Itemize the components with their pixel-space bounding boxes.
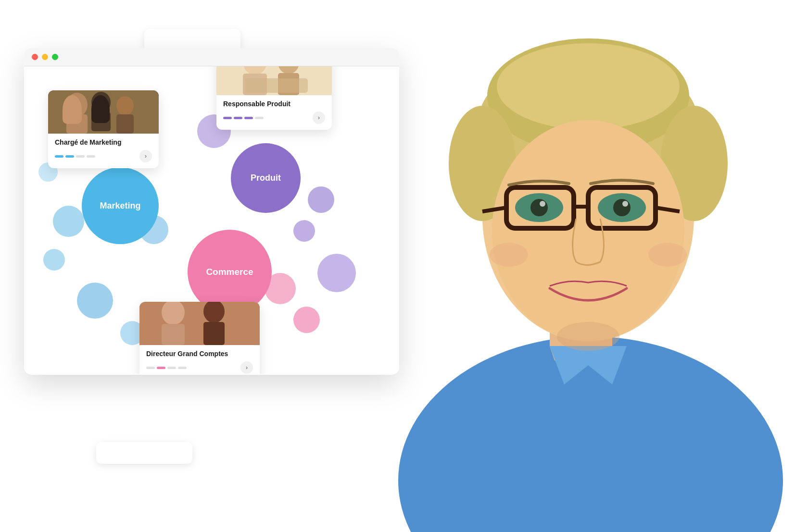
- card-product-title: Responsable Produit: [223, 100, 325, 108]
- card-directeur-title: Directeur Grand Comptes: [146, 350, 253, 358]
- card-charge-marketing[interactable]: Chargé de Marketing ›: [48, 90, 159, 168]
- card-product-arrow[interactable]: ›: [313, 111, 325, 124]
- decorative-bubble-purple-5: [308, 186, 334, 213]
- progress-dot-p4: [255, 117, 264, 119]
- progress-dot-d3: [167, 367, 176, 369]
- card-product-progress: [223, 117, 264, 119]
- decorative-bubble-pink-3: [293, 307, 320, 333]
- card-marketing-body: Chargé de Marketing ›: [48, 134, 159, 168]
- card-directeur-image: [139, 302, 260, 345]
- card-marketing-title: Chargé de Marketing: [55, 138, 152, 146]
- decorative-bubble-purple-3: [293, 220, 315, 242]
- card-marketing-progress: [55, 155, 95, 158]
- progress-dot-d2: [157, 367, 165, 369]
- bubble-area: Marketing Produit Commerce: [24, 66, 399, 374]
- card-responsable-produit[interactable]: Responsable Produit ›: [216, 66, 332, 130]
- progress-dot-p3: [244, 117, 253, 119]
- decorative-bubble-blue-4: [43, 249, 65, 271]
- svg-point-38: [613, 199, 631, 216]
- decorative-bubble-blue-5: [77, 283, 113, 319]
- svg-point-41: [490, 243, 528, 267]
- floating-card-top: [144, 29, 240, 50]
- decorative-bubble-blue-3: [53, 206, 84, 237]
- card-directeur-footer: ›: [146, 361, 253, 374]
- progress-dot-p2: [234, 117, 242, 119]
- browser-titlebar: [24, 48, 399, 66]
- svg-point-43: [557, 322, 619, 351]
- svg-rect-14: [216, 66, 332, 95]
- svg-point-28: [497, 43, 680, 130]
- card-product-body: Responsable Produit ›: [216, 95, 332, 130]
- traffic-light-yellow[interactable]: [42, 54, 48, 60]
- decorative-bubble-purple-4: [317, 254, 356, 292]
- bubble-commerce[interactable]: Commerce: [188, 230, 272, 314]
- progress-dot-p1: [223, 117, 232, 119]
- person-photo: [386, 0, 795, 532]
- progress-dot-d4: [178, 367, 187, 369]
- bubble-produit[interactable]: Produit: [231, 143, 301, 213]
- bubble-marketing[interactable]: Marketing: [82, 167, 159, 244]
- progress-dot-d1: [146, 367, 155, 369]
- svg-point-39: [540, 201, 545, 207]
- svg-point-42: [648, 243, 687, 267]
- card-marketing-image: [48, 90, 159, 134]
- card-directeur-body: Directeur Grand Comptes ›: [139, 345, 260, 374]
- browser-window: Marketing Produit Commerce: [24, 48, 399, 375]
- browser-content: Marketing Produit Commerce: [24, 66, 399, 374]
- card-marketing-footer: ›: [55, 150, 152, 162]
- card-product-footer: ›: [223, 111, 325, 124]
- svg-point-37: [530, 199, 548, 216]
- card-directeur-arrow[interactable]: ›: [240, 361, 253, 374]
- card-directeur-grand-comptes[interactable]: Directeur Grand Comptes ›: [139, 302, 260, 374]
- card-marketing-arrow[interactable]: ›: [139, 150, 152, 162]
- progress-dot-2: [65, 155, 74, 158]
- progress-dot-4: [87, 155, 95, 158]
- svg-rect-20: [139, 302, 260, 345]
- svg-rect-7: [48, 90, 159, 134]
- svg-point-40: [622, 201, 628, 207]
- card-product-image: [216, 66, 332, 95]
- traffic-light-red[interactable]: [32, 54, 38, 60]
- traffic-light-green[interactable]: [52, 54, 58, 60]
- floating-card-bottom: [96, 442, 192, 464]
- progress-dot-3: [76, 155, 85, 158]
- page-scene: Marketing Produit Commerce: [0, 0, 795, 532]
- card-directeur-progress: [146, 367, 187, 369]
- progress-dot-1: [55, 155, 63, 158]
